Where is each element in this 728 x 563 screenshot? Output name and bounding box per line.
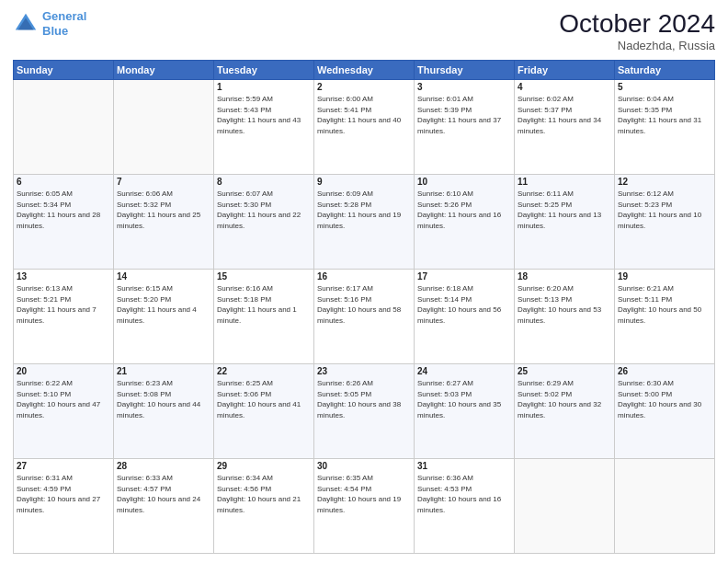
day-number: 10 xyxy=(417,177,511,187)
calendar-cell: 10Sunrise: 6:10 AM Sunset: 5:26 PM Dayli… xyxy=(415,175,515,270)
calendar-cell: 5Sunrise: 6:04 AM Sunset: 5:35 PM Daylig… xyxy=(615,80,715,175)
day-number: 17 xyxy=(417,271,511,282)
day-info: Sunrise: 6:27 AM Sunset: 5:03 PM Dayligh… xyxy=(417,378,511,420)
calendar-cell: 21Sunrise: 6:23 AM Sunset: 5:08 PM Dayli… xyxy=(114,364,214,459)
day-info: Sunrise: 6:07 AM Sunset: 5:30 PM Dayligh… xyxy=(217,189,311,231)
calendar-cell: 23Sunrise: 6:26 AM Sunset: 5:05 PM Dayli… xyxy=(314,364,415,459)
calendar-week-row: 13Sunrise: 6:13 AM Sunset: 5:21 PM Dayli… xyxy=(14,270,715,364)
calendar-cell: 12Sunrise: 6:12 AM Sunset: 5:23 PM Dayli… xyxy=(615,175,715,270)
day-info: Sunrise: 6:36 AM Sunset: 4:53 PM Dayligh… xyxy=(417,473,511,515)
calendar-cell: 4Sunrise: 6:02 AM Sunset: 5:37 PM Daylig… xyxy=(515,80,615,175)
day-info: Sunrise: 6:01 AM Sunset: 5:39 PM Dayligh… xyxy=(417,94,511,136)
day-info: Sunrise: 6:25 AM Sunset: 5:06 PM Dayligh… xyxy=(217,378,311,420)
header: General Blue October 2024 Nadezhda, Russ… xyxy=(13,9,715,52)
calendar-cell: 26Sunrise: 6:30 AM Sunset: 5:00 PM Dayli… xyxy=(615,364,715,459)
calendar-header-row: SundayMondayTuesdayWednesdayThursdayFrid… xyxy=(14,61,715,80)
day-info: Sunrise: 6:00 AM Sunset: 5:41 PM Dayligh… xyxy=(317,94,411,136)
day-info: Sunrise: 6:13 AM Sunset: 5:21 PM Dayligh… xyxy=(17,283,110,326)
calendar-cell xyxy=(114,80,214,175)
day-number: 22 xyxy=(217,366,311,376)
logo-line1: General xyxy=(42,9,86,23)
calendar-cell: 30Sunrise: 6:35 AM Sunset: 4:54 PM Dayli… xyxy=(314,459,415,554)
calendar-cell: 24Sunrise: 6:27 AM Sunset: 5:03 PM Dayli… xyxy=(415,364,515,459)
day-info: Sunrise: 6:15 AM Sunset: 5:20 PM Dayligh… xyxy=(117,283,210,326)
calendar-cell: 8Sunrise: 6:07 AM Sunset: 5:30 PM Daylig… xyxy=(214,175,314,270)
calendar-cell: 25Sunrise: 6:29 AM Sunset: 5:02 PM Dayli… xyxy=(515,364,615,459)
day-number: 28 xyxy=(117,461,210,471)
day-info: Sunrise: 6:16 AM Sunset: 5:18 PM Dayligh… xyxy=(217,283,311,326)
day-number: 21 xyxy=(117,366,210,376)
day-info: Sunrise: 6:11 AM Sunset: 5:25 PM Dayligh… xyxy=(518,189,611,231)
day-number: 5 xyxy=(618,82,711,92)
calendar-cell: 9Sunrise: 6:09 AM Sunset: 5:28 PM Daylig… xyxy=(314,175,415,270)
logo: General Blue xyxy=(13,9,86,38)
day-info: Sunrise: 6:34 AM Sunset: 4:56 PM Dayligh… xyxy=(217,473,311,515)
calendar-header-thursday: Thursday xyxy=(415,61,515,80)
day-info: Sunrise: 6:23 AM Sunset: 5:08 PM Dayligh… xyxy=(117,378,210,420)
day-number: 23 xyxy=(317,366,411,376)
calendar-header-tuesday: Tuesday xyxy=(214,61,314,80)
day-number: 6 xyxy=(17,177,110,187)
day-number: 20 xyxy=(17,366,110,376)
day-info: Sunrise: 6:10 AM Sunset: 5:26 PM Dayligh… xyxy=(417,189,511,231)
calendar-header-saturday: Saturday xyxy=(615,61,715,80)
day-info: Sunrise: 6:04 AM Sunset: 5:35 PM Dayligh… xyxy=(618,94,711,136)
day-info: Sunrise: 6:26 AM Sunset: 5:05 PM Dayligh… xyxy=(317,378,411,420)
day-number: 15 xyxy=(217,271,311,282)
day-number: 13 xyxy=(17,271,110,282)
day-info: Sunrise: 6:17 AM Sunset: 5:16 PM Dayligh… xyxy=(317,283,411,326)
calendar-cell: 3Sunrise: 6:01 AM Sunset: 5:39 PM Daylig… xyxy=(415,80,515,175)
calendar-cell: 15Sunrise: 6:16 AM Sunset: 5:18 PM Dayli… xyxy=(214,270,314,364)
day-info: Sunrise: 6:33 AM Sunset: 4:57 PM Dayligh… xyxy=(117,473,210,515)
calendar-cell: 11Sunrise: 6:11 AM Sunset: 5:25 PM Dayli… xyxy=(515,175,615,270)
day-info: Sunrise: 6:09 AM Sunset: 5:28 PM Dayligh… xyxy=(317,189,411,231)
title-block: October 2024 Nadezhda, Russia xyxy=(559,9,715,52)
calendar-cell: 28Sunrise: 6:33 AM Sunset: 4:57 PM Dayli… xyxy=(114,459,214,554)
day-info: Sunrise: 6:02 AM Sunset: 5:37 PM Dayligh… xyxy=(518,94,611,136)
location: Nadezhda, Russia xyxy=(559,39,715,52)
calendar-header-sunday: Sunday xyxy=(14,61,114,80)
day-info: Sunrise: 6:29 AM Sunset: 5:02 PM Dayligh… xyxy=(518,378,611,420)
day-number: 9 xyxy=(317,177,411,187)
day-info: Sunrise: 6:18 AM Sunset: 5:14 PM Dayligh… xyxy=(417,283,511,326)
day-number: 19 xyxy=(618,271,711,282)
day-number: 3 xyxy=(417,82,511,92)
day-number: 4 xyxy=(518,82,611,92)
logo-line2: Blue xyxy=(42,24,68,38)
day-number: 29 xyxy=(217,461,311,471)
day-number: 24 xyxy=(417,366,511,376)
day-info: Sunrise: 6:31 AM Sunset: 4:59 PM Dayligh… xyxy=(17,473,110,515)
calendar-cell xyxy=(14,80,114,175)
day-info: Sunrise: 6:05 AM Sunset: 5:34 PM Dayligh… xyxy=(17,189,110,231)
calendar-week-row: 27Sunrise: 6:31 AM Sunset: 4:59 PM Dayli… xyxy=(14,459,715,554)
calendar-cell: 13Sunrise: 6:13 AM Sunset: 5:21 PM Dayli… xyxy=(14,270,114,364)
calendar-cell: 29Sunrise: 6:34 AM Sunset: 4:56 PM Dayli… xyxy=(214,459,314,554)
day-number: 2 xyxy=(317,82,411,92)
calendar-cell: 17Sunrise: 6:18 AM Sunset: 5:14 PM Dayli… xyxy=(415,270,515,364)
day-info: Sunrise: 5:59 AM Sunset: 5:43 PM Dayligh… xyxy=(217,94,311,136)
day-number: 8 xyxy=(217,177,311,187)
day-number: 11 xyxy=(518,177,611,187)
day-info: Sunrise: 6:35 AM Sunset: 4:54 PM Dayligh… xyxy=(317,473,411,515)
calendar-cell: 18Sunrise: 6:20 AM Sunset: 5:13 PM Dayli… xyxy=(515,270,615,364)
day-number: 27 xyxy=(17,461,110,471)
day-number: 25 xyxy=(518,366,611,376)
day-number: 12 xyxy=(618,177,711,187)
calendar-table: SundayMondayTuesdayWednesdayThursdayFrid… xyxy=(13,60,715,554)
calendar-cell: 22Sunrise: 6:25 AM Sunset: 5:06 PM Dayli… xyxy=(214,364,314,459)
day-info: Sunrise: 6:21 AM Sunset: 5:11 PM Dayligh… xyxy=(618,283,711,326)
day-number: 14 xyxy=(117,271,210,282)
day-info: Sunrise: 6:06 AM Sunset: 5:32 PM Dayligh… xyxy=(117,189,210,231)
calendar-header-wednesday: Wednesday xyxy=(314,61,415,80)
calendar-cell: 14Sunrise: 6:15 AM Sunset: 5:20 PM Dayli… xyxy=(114,270,214,364)
calendar-cell: 2Sunrise: 6:00 AM Sunset: 5:41 PM Daylig… xyxy=(314,80,415,175)
day-number: 7 xyxy=(117,177,210,187)
day-info: Sunrise: 6:22 AM Sunset: 5:10 PM Dayligh… xyxy=(17,378,110,420)
calendar-cell xyxy=(615,459,715,554)
day-number: 30 xyxy=(317,461,411,471)
day-info: Sunrise: 6:12 AM Sunset: 5:23 PM Dayligh… xyxy=(618,189,711,231)
calendar-cell: 27Sunrise: 6:31 AM Sunset: 4:59 PM Dayli… xyxy=(14,459,114,554)
day-info: Sunrise: 6:30 AM Sunset: 5:00 PM Dayligh… xyxy=(618,378,711,420)
logo-icon xyxy=(13,11,39,37)
calendar-cell xyxy=(515,459,615,554)
